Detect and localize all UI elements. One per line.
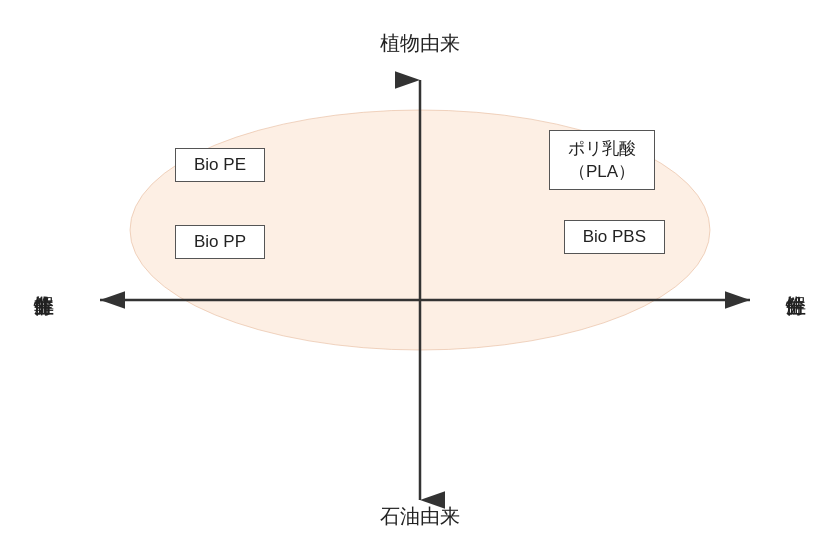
- bio-pp-label: Bio PP: [194, 232, 246, 251]
- pla-label: ポリ乳酸（PLA）: [568, 139, 636, 181]
- chart-svg: [20, 20, 820, 540]
- bio-pe-label: Bio PE: [194, 155, 246, 174]
- box-bio-pp: Bio PP: [175, 225, 265, 259]
- bio-pbs-label: Bio PBS: [583, 227, 646, 246]
- box-bio-pe: Bio PE: [175, 148, 265, 182]
- box-pla: ポリ乳酸（PLA）: [549, 130, 655, 190]
- box-bio-pbs: Bio PBS: [564, 220, 665, 254]
- chart-container: 植物由来 石油由来 非生分解性 生分解性 Bio PE: [20, 20, 820, 540]
